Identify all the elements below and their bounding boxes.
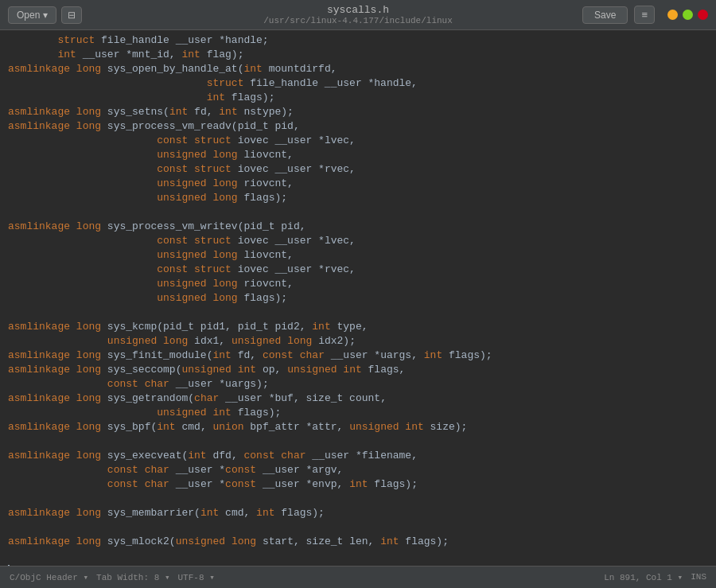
cursor-position-label: Ln 891, Col 1	[604, 573, 672, 582]
tab-width-arrow-icon: ▾	[165, 573, 170, 582]
bookmark-button[interactable]: ⊟	[61, 6, 82, 24]
save-button[interactable]: Save	[582, 6, 628, 24]
title-path: /usr/src/linux-4.4.177/include/linux	[263, 16, 453, 25]
code-line: unsigned long flags);	[0, 191, 716, 205]
code-line: asmlinkage long sys_membarrier(int cmd, …	[0, 506, 716, 520]
title-left: Open ▾ ⊟	[8, 6, 82, 24]
code-line: const struct iovec __user *rvec,	[0, 162, 716, 177]
code-line: const char __user *const __user *envp, i…	[0, 477, 716, 492]
code-line: unsigned long riovcnt,	[0, 277, 716, 291]
status-bar: C/ObjC Header ▾ Tab Width: 8 ▾ UTF-8 ▾ L…	[0, 566, 716, 588]
code-line: asmlinkage long sys_seccomp(unsigned int…	[0, 363, 716, 377]
code-line: asmlinkage long sys_process_vm_writev(pi…	[0, 220, 716, 234]
encoding-label: UTF-8	[178, 573, 204, 582]
tab-width-selector[interactable]: Tab Width: 8 ▾	[96, 572, 169, 582]
code-line: asmlinkage long sys_getrandom(char __use…	[0, 391, 716, 406]
code-line	[0, 549, 716, 563]
language-arrow-icon: ▾	[83, 573, 88, 582]
window-controls	[667, 10, 708, 20]
code-line: asmlinkage long sys_finit_module(int fd,…	[0, 349, 716, 363]
open-arrow-icon: ▾	[43, 10, 48, 21]
code-line	[0, 434, 716, 449]
code-line	[0, 306, 716, 320]
code-line: struct file_handle __user *handle,	[0, 76, 716, 91]
encoding-selector[interactable]: UTF-8 ▾	[178, 572, 215, 582]
code-line: asmlinkage long sys_open_by_handle_at(in…	[0, 62, 716, 76]
code-line: asmlinkage long sys_process_vm_readv(pid…	[0, 119, 716, 134]
code-line: int flags);	[0, 91, 716, 105]
code-line: unsigned long liovcnt,	[0, 148, 716, 162]
code-line: const struct iovec __user *lvec,	[0, 134, 716, 148]
language-label: C/ObjC Header	[10, 573, 78, 582]
language-selector[interactable]: C/ObjC Header ▾	[10, 572, 88, 582]
status-right: Ln 891, Col 1 ▾ INS	[604, 572, 706, 582]
code-line: int __user *mnt_id, int flag);	[0, 48, 716, 62]
code-line: const struct iovec __user *lvec,	[0, 234, 716, 248]
code-line: unsigned long idx1, unsigned long idx2);	[0, 334, 716, 349]
title-bar: Open ▾ ⊟ syscalls.h /usr/src/linux-4.4.1…	[0, 0, 716, 30]
code-line: unsigned long flags);	[0, 291, 716, 306]
code-line: const char __user *uargs);	[0, 377, 716, 391]
title-filename: syscalls.h	[263, 4, 453, 16]
editor-area[interactable]: struct file_handle __user *handle; int _…	[0, 30, 716, 566]
title-right: Save ≡	[582, 6, 708, 24]
code-line	[0, 492, 716, 506]
maximize-button[interactable]	[683, 10, 693, 20]
code-line: const struct iovec __user *rvec,	[0, 263, 716, 277]
menu-button[interactable]: ≡	[634, 6, 655, 24]
code-line: asmlinkage long sys_kcmp(pid_t pid1, pid…	[0, 320, 716, 334]
cursor-arrow-icon: ▾	[678, 573, 683, 582]
code-line: unsigned long liovcnt,	[0, 248, 716, 263]
code-line: asmlinkage long sys_mlock2(unsigned long…	[0, 535, 716, 549]
encoding-arrow-icon: ▾	[209, 573, 215, 582]
cursor-position[interactable]: Ln 891, Col 1 ▾	[604, 572, 683, 582]
code-line	[0, 205, 716, 220]
open-label: Open	[17, 10, 40, 21]
minimize-button[interactable]	[667, 10, 678, 20]
open-button[interactable]: Open ▾	[8, 6, 56, 24]
code-line: struct file_handle __user *handle;	[0, 33, 716, 48]
tab-width-label: Tab Width: 8	[96, 573, 159, 582]
code-line: asmlinkage long sys_bpf(int cmd, union b…	[0, 420, 716, 434]
code-line	[0, 520, 716, 535]
status-left: C/ObjC Header ▾ Tab Width: 8 ▾ UTF-8 ▾	[10, 572, 215, 582]
title-center: syscalls.h /usr/src/linux-4.4.177/includ…	[263, 4, 453, 25]
code-line: asmlinkage long sys_setns(int fd, int ns…	[0, 105, 716, 119]
code-line: unsigned int flags);	[0, 406, 716, 420]
code-line: const char __user *const __user *argv,	[0, 463, 716, 477]
code-line: unsigned long riovcnt,	[0, 177, 716, 191]
code-line: asmlinkage long sys_execveat(int dfd, co…	[0, 449, 716, 463]
close-button[interactable]	[698, 10, 708, 20]
insert-mode-indicator[interactable]: INS	[691, 572, 706, 582]
